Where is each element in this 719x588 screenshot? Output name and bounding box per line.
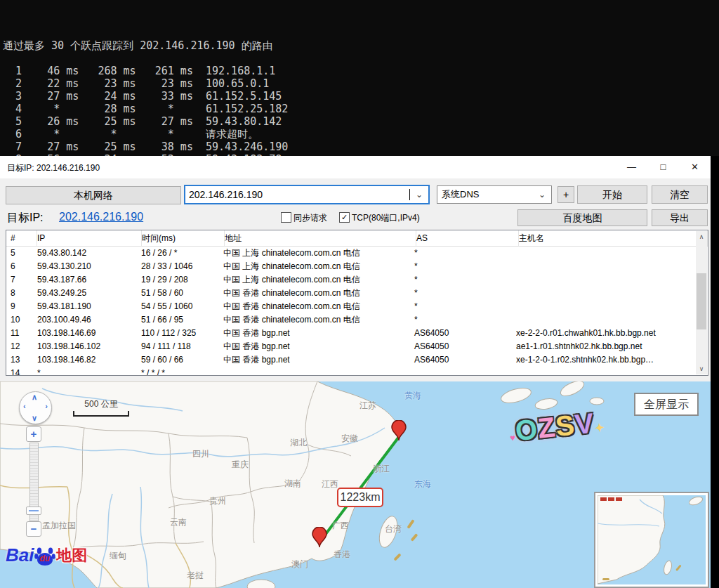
hops-table: # IP 时间(ms) 地址 AS 主机名 5 59.43.80.142 16 … (6, 230, 708, 376)
sync-request-label: 同步请求 (293, 212, 327, 224)
terminal-line: 2 22 ms 23 ms 23 ms 100.65.0.1 (3, 77, 719, 90)
minimize-button[interactable]: — (616, 156, 647, 178)
map-label: 黄海 (404, 390, 421, 402)
table-scrollbar[interactable]: ∧ ∨ (696, 231, 707, 374)
map-label: 老挝 (187, 570, 204, 582)
map-label: 云南 (170, 516, 187, 528)
terminal-line: 1 46 ms 268 ms 261 ms 192.168.1.1 (3, 65, 719, 77)
pan-left-icon[interactable]: ‹ (23, 402, 26, 410)
pan-down-icon[interactable]: ∨ (32, 414, 37, 423)
target-ip-combo[interactable]: ⌄ (184, 185, 430, 204)
map-label: 四川 (192, 448, 209, 460)
map-label: 孟加拉国 (42, 520, 76, 532)
table-row[interactable]: 11 103.198.146.69 110 / 112 / 325 中国 香港 … (6, 327, 708, 340)
target-ip-label: 目标IP: (7, 211, 44, 226)
title-bar: 目标IP: 202.146.216.190 — □ ✕ (0, 156, 711, 178)
map-label: 东海 (414, 478, 431, 490)
besttrace-window: 目标IP: 202.146.216.190 — □ ✕ 本机网络 ⌄ 系统DNS… (0, 156, 711, 588)
zoom-in-button[interactable]: + (26, 426, 41, 442)
table-row[interactable]: 8 59.43.249.25 51 / 58 / 60 中国 香港 chinat… (6, 287, 708, 300)
terminal-line: 7 27 ms 25 ms 38 ms 59.43.246.190 (3, 141, 719, 153)
local-network-button[interactable]: 本机网络 (6, 186, 181, 204)
map-label: 澳门 (291, 558, 308, 570)
distance-label: 1223km (337, 488, 383, 507)
baidu-logo-text: Bai (6, 544, 34, 566)
map-label: 香港 (334, 549, 350, 561)
terminal-line: 3 27 ms 24 ms 33 ms 61.152.5.145 (3, 90, 719, 103)
scroll-down-icon[interactable]: ∨ (696, 363, 707, 374)
terminal-output: 通过最多 30 个跃点跟踪到 202.146.216.190 的路由 1 46 … (0, 0, 719, 156)
map-label: 江西 (322, 478, 338, 490)
tcp-checkbox[interactable]: ✓ (339, 212, 350, 223)
terminal-line: 5 26 ms 25 ms 27 ms 59.43.80.142 (3, 115, 719, 128)
map-pan-control[interactable]: ∧ ∨ ‹ › (19, 391, 52, 424)
baidu-paw-icon: du (34, 545, 55, 566)
map-label: 台湾 (385, 523, 402, 535)
tcp-checkbox-label: TCP(80端口,IPv4) (352, 212, 420, 224)
table-body: 5 59.43.80.142 16 / 26 / * 中国 上海 chinate… (6, 247, 708, 376)
terminal-line: 6 * * * 请求超时。 (3, 128, 719, 141)
pan-right-icon[interactable]: › (45, 402, 48, 410)
maximize-icon: □ (661, 162, 666, 172)
close-button[interactable]: ✕ (679, 156, 711, 178)
map-label: 重庆 (232, 459, 249, 471)
target-ip-link[interactable]: 202.146.216.190 (59, 211, 143, 223)
terminal-line: 4 * 28 ms * 61.152.25.182 (3, 103, 719, 115)
table-row[interactable]: 9 59.43.181.190 54 / 55 / 1060 中国 香港 chi… (6, 300, 708, 313)
sync-request-checkbox[interactable] (281, 212, 291, 223)
map-label: 广西 (332, 520, 349, 532)
map-label: 缅甸 (110, 550, 126, 562)
col-ip: IP (37, 230, 142, 246)
map-scale: 500 公里 (73, 398, 129, 417)
dns-select[interactable]: 系统DNS ⌄ (437, 185, 552, 204)
baidu-logo-du: du (39, 554, 50, 563)
terminal-line: 通过最多 30 个跃点跟踪到 202.146.216.190 的路由 (3, 39, 719, 52)
dns-select-value: 系统DNS (437, 188, 533, 201)
table-row[interactable]: 12 103.198.146.102 94 / 111 / 118 中国 香港 … (6, 340, 708, 353)
zoom-slider-thumb[interactable] (26, 507, 41, 515)
route-marker-pin[interactable] (312, 527, 327, 548)
add-button[interactable]: + (558, 186, 574, 203)
zoom-out-button[interactable]: − (26, 521, 41, 537)
col-hostname: 主机名 (519, 230, 708, 246)
col-address: 地址 (225, 230, 416, 246)
table-row[interactable]: 13 103.198.146.82 59 / 60 / 66 中国 香港 bgp… (6, 353, 708, 367)
table-row[interactable]: 7 59.43.187.66 19 / 29 / 208 中国 上海 china… (6, 273, 708, 287)
sparkle-icon: ✦ (594, 422, 605, 434)
map-label: 浙江 (373, 463, 390, 475)
baidu-logo: Bai du 地图 (6, 544, 87, 566)
route-marker-pin[interactable] (391, 420, 407, 441)
baidu-map-button[interactable]: 百度地图 (517, 209, 647, 226)
table-row[interactable]: 6 59.43.130.210 28 / 33 / 1046 中国 上海 chi… (6, 260, 708, 273)
minimize-icon: — (627, 162, 636, 172)
inset-watermark (600, 497, 622, 501)
target-ip-input[interactable] (185, 189, 411, 200)
baidu-logo-map-text: 地图 (56, 545, 87, 566)
terminal-line (3, 52, 719, 65)
col-as: AS (416, 230, 519, 246)
baidu-map-canvas[interactable]: 黄海江苏安徽湖北四川重庆浙江湖南江西东海贵州云南广西台湾孟加拉国香港澳门缅甸老挝 (0, 381, 711, 588)
map-scale-bar (73, 411, 129, 417)
col-hash: # (6, 230, 37, 246)
table-row[interactable]: 10 203.100.49.46 51 / 66 / 95 中国 香港 chin… (6, 313, 708, 327)
window-title: 目标IP: 202.146.216.190 (7, 162, 100, 174)
overview-inset-map[interactable] (594, 492, 709, 588)
maximize-button[interactable]: □ (647, 156, 679, 178)
chevron-down-icon[interactable]: ⌄ (410, 190, 428, 200)
table-row[interactable]: 14 * * / * / * (6, 367, 708, 376)
map-label: 贵州 (209, 495, 226, 507)
table-row[interactable]: 5 59.43.80.142 16 / 26 / * 中国 上海 chinate… (6, 247, 708, 260)
scroll-up-icon[interactable]: ∧ (696, 231, 707, 242)
export-button[interactable]: 导出 (652, 209, 708, 226)
clear-button[interactable]: 清空 (652, 185, 708, 204)
fullscreen-button[interactable]: 全屏显示 (634, 393, 699, 416)
screen: 通过最多 30 个跃点跟踪到 202.146.216.190 的路由 1 46 … (0, 0, 719, 588)
map-label: 江苏 (360, 400, 376, 412)
map-label: 湖北 (290, 437, 307, 449)
scrollbar-thumb[interactable] (697, 273, 706, 329)
col-time: 时间(ms) (142, 230, 225, 246)
pan-up-icon[interactable]: ∧ (32, 393, 37, 402)
close-icon: ✕ (691, 162, 699, 172)
japan-island (590, 398, 604, 405)
start-button[interactable]: 开始 (577, 185, 647, 204)
